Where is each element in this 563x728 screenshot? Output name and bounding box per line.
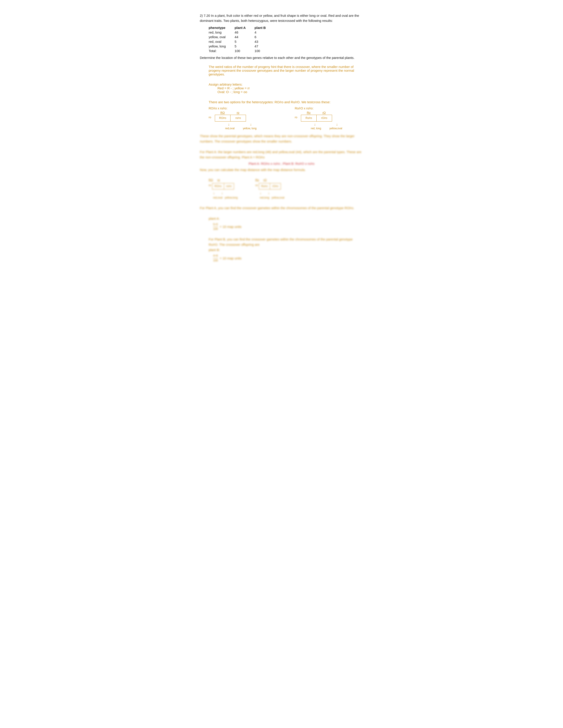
punnett2-row: Ro/ro rO/ro <box>301 115 332 122</box>
hint-paragraph: The weird ratios of the number of progen… <box>209 65 363 76</box>
punnett-area: RO/ro x ro/ro: RO ro ro RO/ro ro/ <box>209 107 363 130</box>
pheno2-left: red, long <box>307 127 325 130</box>
blurred-highlight-text: Plant A: RO/ro x ro/ro ; Plant B: Ro/rO … <box>200 162 363 165</box>
blurred-arrow1: ↓ <box>213 190 215 196</box>
plantA-cell: 5 <box>235 44 254 49</box>
blurred-numerator-A: 5+5 <box>213 222 218 227</box>
punnett2-col2: rO <box>317 111 332 114</box>
blurred-equals-B: = 10 map units <box>220 256 241 261</box>
blurred-formula-A: 5+5 100 = 10 map units <box>213 222 363 232</box>
punnett2-row-label: ro <box>295 115 301 119</box>
blurred-plantB-label: plant B: <box>209 247 363 253</box>
arrow2-right: ↓ <box>329 122 345 126</box>
blurred-col4: rO <box>263 178 266 182</box>
blurred-plantA-label: plant A: <box>209 216 363 221</box>
blurred-arrow4: ↓ <box>268 190 270 196</box>
table-row: yellow, long 5 47 <box>209 44 274 49</box>
phenotype-cell: yellow, oval <box>209 35 235 39</box>
blurred-punnett2-header: Ro rO <box>255 178 284 182</box>
plantB-cell: 47 <box>254 44 274 49</box>
punnett1-row-label: ro <box>209 115 215 119</box>
blurred-formula-A-fraction: 5+5 100 <box>213 222 218 232</box>
col-header-phenotype: phenotype <box>209 25 235 30</box>
blurred-plantB-para: For Plant B, you can find the crossover … <box>209 237 363 247</box>
plantA-cell: 44 <box>235 35 254 39</box>
two-options-section: There are two options for the heterozygo… <box>209 100 363 104</box>
phenotype-cell: red, oval <box>209 39 235 44</box>
pheno1-left: red,oval <box>221 127 239 130</box>
answer-section: The weird ratios of the number of progen… <box>200 65 363 263</box>
table-row: red, long 46 4 <box>209 30 274 35</box>
arrow1-left: ↓ <box>221 122 236 126</box>
blurred-col3: Ro <box>255 178 259 182</box>
question-number: 2) <box>200 14 203 17</box>
arrow2-left: ↓ <box>307 122 323 126</box>
table-row: yellow, oval 44 6 <box>209 35 274 39</box>
assign-label: Assign arbitrary letters: <box>209 83 363 86</box>
table-row-total: Total: 100 100 <box>209 49 274 53</box>
blurred-cell1: RO/ro <box>212 183 224 189</box>
blurred-numerator-B: 4+6 <box>213 253 218 258</box>
blurred-col2: ro <box>217 178 220 182</box>
pheno2-right: yellow,oval <box>327 127 345 130</box>
blurred-formula-B-fraction: 4+6 100 <box>213 253 218 263</box>
blurred-cell3: Ro/ro <box>259 183 270 189</box>
blurred-cell2: ro/ro <box>224 183 234 189</box>
punnett1-grid-inner: RO/ro ro/ro <box>215 115 246 122</box>
blurred-text-1: These show the parental genotypes, which… <box>200 133 363 160</box>
blurred-row-label2: ro <box>255 183 258 190</box>
punnett1-row: RO/ro ro/ro <box>215 115 246 122</box>
blurred-cell4: rO/ro <box>270 183 280 189</box>
phenotype-cell: red, long <box>209 30 235 35</box>
blurred-punnett2-row: ro Ro/ro rO/ro <box>255 183 284 190</box>
punnett1-cell-01: ro/ro <box>230 115 246 122</box>
punnett-block-1: RO/ro x ro/ro: RO ro ro RO/ro ro/ <box>209 107 277 130</box>
blurred-equals-A: = 10 map units <box>220 224 241 229</box>
blurred-punnett1-row: ro RO/ro ro/ro <box>209 183 237 190</box>
blurred-pheno1-right: yellow,long <box>225 196 238 200</box>
punnett1-arrows: ↓ ↓ <box>221 122 277 126</box>
blurred-punnett1-cells: RO/ro ro/ro <box>212 183 234 190</box>
punnett1-wrap: ro RO/ro ro/ro <box>209 115 277 122</box>
punnett1-col1: RO <box>215 111 230 114</box>
blurred-paragraph-2: For Plant A: the larger numbers are red,… <box>200 149 363 160</box>
blurred-calc-section: Now, you can calculate the map distance … <box>200 167 363 263</box>
blurred-calc1: Now, you can calculate the map distance … <box>200 167 363 173</box>
total-plantB: 100 <box>254 49 274 53</box>
blurred-arrows1: ↓ ↓ <box>213 190 237 196</box>
blurred-punnett1-header: RO ro <box>209 178 237 182</box>
determine-text: Determine the location of these two gene… <box>200 55 363 60</box>
punnett1-grid: RO/ro ro/ro <box>215 115 246 122</box>
punnett1-phenotypes: red,oval yellow, long <box>221 127 277 130</box>
blurred-denominator-A: 100 <box>213 227 218 231</box>
blurred-arrow2: ↓ <box>221 190 223 196</box>
total-plantA: 100 <box>235 49 254 53</box>
blurred-pheno2-right: yellow,oval <box>271 196 285 200</box>
punnett-block-2: Ro/rO x ro/ro: Ro rO ro Ro/ro rO/ <box>295 107 363 130</box>
pheno1-right: yellow, long <box>241 127 258 130</box>
data-table: phenotype plant A plant B red, long 46 4… <box>209 25 274 53</box>
blurred-formula-plantA: plant A: 5+5 100 = 10 map units <box>209 216 363 232</box>
blurred-row-label: ro <box>209 183 211 190</box>
punnett2-wrap: ro Ro/ro rO/ro <box>295 115 363 122</box>
blurred-col1: RO <box>209 178 213 182</box>
punnett1-col-headers: RO ro <box>215 111 277 114</box>
punnett1-title: RO/ro x ro/ro: <box>209 107 277 110</box>
punnett2-col1: Ro <box>301 111 317 114</box>
blurred-pheno2-left: red,long <box>259 196 269 200</box>
plantA-cell: 5 <box>235 39 254 44</box>
blurred-formula-B: 4+6 100 = 10 map units <box>213 253 363 263</box>
blurred-paragraph-1: These show the parental genotypes, which… <box>200 133 363 144</box>
question-section: 2) 7.20 In a plant, fruit color is eithe… <box>200 13 363 60</box>
two-options-text: There are two options for the heterozygo… <box>209 100 363 104</box>
plantB-cell: 6 <box>254 35 274 39</box>
blurred-arrows2: ↓ ↓ <box>259 190 284 196</box>
blurred-calc2: For Plant A, you can find the crossover … <box>200 205 363 211</box>
assign-section: Assign arbitrary letters: Red = R - ; ye… <box>209 83 363 94</box>
table-row: red, oval 5 43 <box>209 39 274 44</box>
blurred-pheno1: red,oval yellow,long <box>213 196 237 200</box>
punnett2-cell-00: Ro/ro <box>301 115 317 122</box>
blurred-denominator-B: 100 <box>213 258 218 263</box>
question-text: 2) 7.20 In a plant, fruit color is eithe… <box>200 13 363 23</box>
blurred-punnett-1: RO ro ro RO/ro ro/ro ↓ ↓ red,oval yellow <box>209 178 237 200</box>
